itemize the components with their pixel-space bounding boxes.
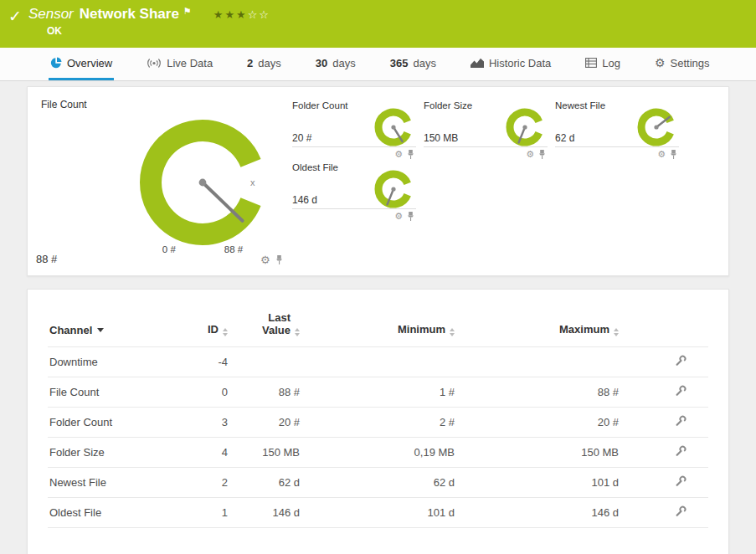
gauge-gap-marker: x (250, 177, 255, 187)
channel-settings-wrench-icon[interactable] (675, 505, 687, 517)
gauge-row: 62 d (555, 114, 679, 147)
sort-icon (614, 328, 619, 336)
pin-icon[interactable] (407, 211, 414, 222)
channel-name: Folder Size (48, 438, 186, 468)
channel-maximum: 150 MB (461, 438, 625, 468)
sort-desc-caret-icon (97, 328, 104, 332)
tab-bar: OverviewLive Data2days30days365daysHisto… (0, 48, 756, 81)
tab-settings[interactable]: ⚙Settings (653, 48, 712, 80)
star-empty-icon[interactable]: ☆ (259, 8, 270, 21)
channel-last-value: 62 d (234, 468, 306, 498)
tab-number: 30 (316, 57, 327, 69)
gauge-actions: ⚙ (424, 149, 548, 160)
channel-id: 3 (186, 408, 234, 438)
tab-label: Live Data (167, 57, 213, 69)
channel-minimum: 62 d (306, 468, 461, 498)
table-row: Folder Count320 #2 #20 # (48, 408, 708, 438)
star-filled-icon[interactable]: ★ (213, 8, 225, 21)
channel-last-value (234, 347, 306, 377)
gauge-newest-file: Newest File62 d⚙ (555, 100, 679, 162)
column-header-channel[interactable]: Channel (48, 311, 186, 347)
flag-icon[interactable]: ⚑ (183, 6, 192, 17)
sort-icon (223, 328, 228, 336)
tab-live-data[interactable]: Live Data (145, 48, 214, 80)
gauge-dial (502, 105, 548, 150)
tab-label: Overview (67, 57, 112, 69)
gear-icon[interactable]: ⚙ (394, 212, 403, 221)
gauge-dial (634, 105, 679, 150)
pin-icon[interactable] (538, 149, 546, 160)
tab-30-days[interactable]: 30days (314, 48, 357, 80)
channel-settings-wrench-icon[interactable] (675, 355, 687, 367)
gauge-scale-max: 88 # (224, 244, 243, 254)
gauge-actions: ⚙ (292, 149, 416, 160)
table-header-row: Channel ID Last Value Minimum Maximum (48, 311, 708, 347)
file-count-gauge: File Count x 0 # 88 # 88 # ⚙ (41, 99, 292, 264)
gear-icon[interactable]: ⚙ (260, 254, 270, 265)
channel-minimum (306, 347, 461, 377)
gauge-folder-count: Folder Count20 #⚙ (292, 100, 416, 162)
channel-settings-wrench-icon[interactable] (675, 385, 687, 397)
overview-pie-icon (50, 57, 62, 69)
channel-last-value: 150 MB (234, 438, 306, 468)
table-row: Oldest File1146 d101 d146 d (48, 498, 708, 528)
tab-365-days[interactable]: 365days (388, 48, 438, 80)
gauge-current-value: 88 # (36, 253, 57, 265)
channel-id: 4 (186, 438, 234, 468)
pin-icon[interactable] (407, 149, 414, 160)
tab-log[interactable]: Log (584, 48, 622, 80)
star-filled-icon[interactable]: ★ (224, 8, 236, 21)
channel-id: 0 (186, 377, 234, 408)
gauge-oldest-file: Oldest File146 d⚙ (292, 162, 416, 224)
channel-minimum: 0,19 MB (306, 438, 461, 468)
tab-label: days (332, 57, 355, 69)
historic-data-icon (471, 58, 484, 68)
pin-icon[interactable] (670, 149, 677, 160)
tab-label: Historic Data (489, 57, 551, 69)
tab-label: days (413, 57, 435, 69)
channel-name: Downtime (48, 347, 186, 377)
channel-minimum: 101 d (306, 498, 461, 528)
gear-icon[interactable]: ⚙ (657, 150, 666, 159)
gear-icon[interactable]: ⚙ (394, 150, 403, 159)
column-header-minimum[interactable]: Minimum (306, 311, 461, 347)
sort-icon (295, 328, 300, 336)
tab-overview[interactable]: Overview (49, 48, 114, 80)
file-count-gauge-dial: x (127, 107, 278, 258)
tab-historic-data[interactable]: Historic Data (469, 48, 553, 80)
channel-settings-wrench-icon[interactable] (675, 445, 687, 457)
gauge-dial (371, 167, 416, 212)
column-header-id[interactable]: ID (186, 311, 234, 347)
channel-settings-wrench-icon[interactable] (675, 415, 687, 427)
tab-2-days[interactable]: 2days (245, 48, 283, 80)
sensor-status-badge: OK (47, 25, 270, 37)
channel-name: Oldest File (48, 498, 186, 528)
gauge-actions: ⚙ (292, 211, 416, 222)
tab-label: Settings (671, 57, 710, 69)
settings-gear-icon: ⚙ (655, 57, 666, 69)
sort-icon (450, 328, 455, 336)
star-filled-icon[interactable]: ★ (236, 8, 248, 21)
gauges-panel: File Count x 0 # 88 # 88 # ⚙ Folder Coun… (27, 86, 729, 276)
column-header-tools (625, 311, 708, 347)
column-header-maximum[interactable]: Maximum (461, 311, 625, 347)
channel-last-value: 20 # (234, 408, 306, 438)
channel-settings-wrench-icon[interactable] (675, 475, 687, 487)
table-row: Downtime-4 (48, 347, 708, 377)
pin-icon[interactable] (275, 254, 283, 265)
sensor-title: Network Share (80, 6, 179, 23)
table-row: File Count088 #1 #88 # (48, 377, 708, 408)
channel-last-value: 88 # (234, 377, 306, 408)
channel-maximum (461, 347, 625, 377)
channel-maximum: 88 # (461, 377, 625, 408)
log-icon (585, 58, 597, 68)
channel-maximum: 20 # (461, 408, 625, 438)
column-header-last-value[interactable]: Last Value (234, 311, 306, 347)
tab-label: days (258, 57, 280, 69)
gear-icon[interactable]: ⚙ (526, 150, 534, 159)
channel-id: -4 (186, 347, 234, 377)
channel-id: 2 (186, 468, 234, 498)
channel-last-value: 146 d (234, 498, 306, 528)
star-empty-icon[interactable]: ☆ (248, 8, 260, 21)
gauge-row: 150 MB (424, 114, 548, 147)
